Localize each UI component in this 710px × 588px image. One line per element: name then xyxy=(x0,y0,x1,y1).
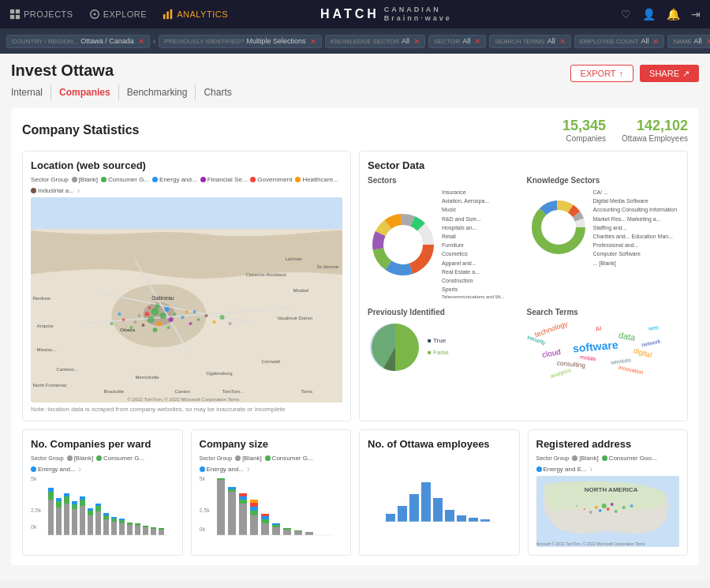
location-map: Gatineau Ottawa Clarence-Rockland Lachut… xyxy=(31,197,342,403)
filter-search-terms[interactable]: SEARCH TERMS All ✕ xyxy=(489,35,570,48)
svg-point-57 xyxy=(213,320,216,324)
svg-rect-131 xyxy=(250,515,258,535)
svg-point-163 xyxy=(594,506,597,509)
main-content: Invest Ottawa EXPORT ↑ SHARE ↗ Internal … xyxy=(0,54,710,581)
company-size-chart: Company size Sector Group [Blank] Consum… xyxy=(191,429,352,556)
svg-point-161 xyxy=(606,507,609,511)
logout-icon[interactable]: ⇥ xyxy=(691,8,701,21)
svg-text:Clarence-Rockland: Clarence-Rockland xyxy=(246,272,286,277)
svg-point-166 xyxy=(589,511,592,514)
stats-numbers: 15,345 Companies 142,102 Ottawa Employee… xyxy=(562,118,688,143)
svg-text:Merrickville: Merrickville xyxy=(136,375,160,380)
nav-explore[interactable]: EXPLORE xyxy=(89,9,147,20)
registered-chart: Registered address Sector Group [Blank] … xyxy=(528,429,689,556)
companies-stat: 15,345 Companies xyxy=(562,118,606,143)
knowledge-panel: Knowledge Sectors xyxy=(527,176,680,301)
svg-text:Vaudreuil-Dorion: Vaudreuil-Dorion xyxy=(278,316,313,320)
filter-sector[interactable]: SECTOR All ✕ xyxy=(428,35,486,48)
svg-rect-142 xyxy=(272,523,280,525)
svg-point-36 xyxy=(148,316,155,323)
svg-rect-128 xyxy=(239,500,247,504)
svg-point-34 xyxy=(151,308,159,316)
svg-rect-155 xyxy=(457,515,466,522)
svg-rect-126 xyxy=(228,487,236,489)
svg-point-37 xyxy=(165,307,170,312)
svg-text:St-Jérome: St-Jérome xyxy=(317,264,339,269)
svg-rect-100 xyxy=(95,506,101,511)
svg-rect-153 xyxy=(433,498,443,522)
filter-employee-count[interactable]: EMPLOYEE COUNT All ✕ xyxy=(574,35,665,48)
svg-point-61 xyxy=(110,322,114,325)
svg-point-169 xyxy=(583,508,585,510)
svg-rect-84 xyxy=(56,507,62,535)
registered-legend: Sector Group [Blank] Consumer Goo... Ene… xyxy=(536,455,680,474)
svg-rect-149 xyxy=(386,514,395,522)
filter-arrow-1: › xyxy=(153,37,155,46)
svg-rect-132 xyxy=(250,511,258,515)
location-map-note: Note: location data is scraped from comp… xyxy=(31,406,342,413)
tab-charts[interactable]: Charts xyxy=(196,84,239,100)
heart-icon[interactable]: ♡ xyxy=(621,8,631,21)
svg-rect-111 xyxy=(127,525,133,535)
svg-rect-157 xyxy=(480,519,490,522)
sectors-subtitle: Sectors xyxy=(368,176,521,185)
tab-companies[interactable]: Companies xyxy=(51,84,119,100)
nav-analytics[interactable]: ANALYTICS xyxy=(163,9,228,20)
tab-benchmarking[interactable]: Benchmarking xyxy=(119,84,196,100)
svg-rect-114 xyxy=(135,523,140,526)
svg-point-79 xyxy=(546,215,571,240)
company-size-title: Company size xyxy=(200,438,343,450)
nav-projects[interactable]: PROJECTS xyxy=(9,9,73,20)
employees-chart: No. of Ottawa employees xyxy=(359,429,520,556)
legend-healthcare: Healthcare... xyxy=(295,176,338,183)
svg-rect-82 xyxy=(48,492,54,500)
svg-rect-110 xyxy=(119,519,125,520)
svg-rect-108 xyxy=(119,523,125,535)
registered-chart-title: Registered address xyxy=(536,438,680,450)
svg-rect-146 xyxy=(294,530,302,531)
svg-point-160 xyxy=(601,504,606,508)
svg-rect-91 xyxy=(72,504,77,509)
filter-knowledge[interactable]: KNOWLEDGE SECTOR All ✕ xyxy=(325,35,425,48)
svg-rect-137 xyxy=(261,519,269,523)
filter-name[interactable]: NAME All ✕ xyxy=(667,35,710,48)
svg-text:Canton: Canton xyxy=(175,389,190,394)
page-tabs: Internal Companies Benchmarking Charts xyxy=(11,84,699,100)
filter-previously[interactable]: PREVIOUSLY IDENTIFIED? Multiple Selectio… xyxy=(159,35,322,48)
svg-point-42 xyxy=(174,313,177,316)
company-size-legend: Sector Group [Blank] Consumer G... Energ… xyxy=(200,455,343,474)
sector-grid: Sectors xyxy=(368,176,679,301)
svg-rect-115 xyxy=(143,527,148,535)
knowledge-donut-chart xyxy=(527,196,590,259)
svg-rect-127 xyxy=(239,504,247,535)
svg-rect-130 xyxy=(239,493,247,496)
export-button[interactable]: EXPORT ↑ xyxy=(570,65,634,82)
companies-count: 15,345 xyxy=(562,118,606,134)
svg-point-43 xyxy=(155,304,160,309)
svg-rect-3 xyxy=(16,15,20,19)
svg-rect-138 xyxy=(261,516,269,519)
svg-text:Mirabel: Mirabel xyxy=(293,288,309,293)
svg-point-46 xyxy=(148,306,151,309)
svg-point-41 xyxy=(142,324,145,327)
svg-point-49 xyxy=(134,320,137,324)
svg-rect-97 xyxy=(88,511,93,515)
svg-point-45 xyxy=(181,316,185,319)
svg-text:Carleton...: Carleton... xyxy=(57,367,79,372)
svg-text:TomTom...: TomTom... xyxy=(222,389,245,394)
svg-point-35 xyxy=(160,313,166,319)
svg-rect-120 xyxy=(159,528,164,530)
svg-point-40 xyxy=(169,317,174,322)
share-button[interactable]: SHARE ↗ xyxy=(640,65,699,82)
tab-internal[interactable]: Internal xyxy=(11,84,51,100)
svg-rect-6 xyxy=(163,14,166,19)
filter-country[interactable]: COUNTRY / REGION... Ottawa / Canada ✕ xyxy=(6,35,150,48)
svg-point-58 xyxy=(220,315,225,320)
notification-icon[interactable]: 🔔 xyxy=(667,8,680,21)
svg-rect-143 xyxy=(283,530,291,535)
svg-rect-140 xyxy=(272,527,280,535)
user-icon[interactable]: 👤 xyxy=(642,8,656,21)
knowledge-subtitle: Knowledge Sectors xyxy=(527,176,680,185)
svg-rect-92 xyxy=(72,501,77,504)
svg-rect-88 xyxy=(64,496,69,504)
